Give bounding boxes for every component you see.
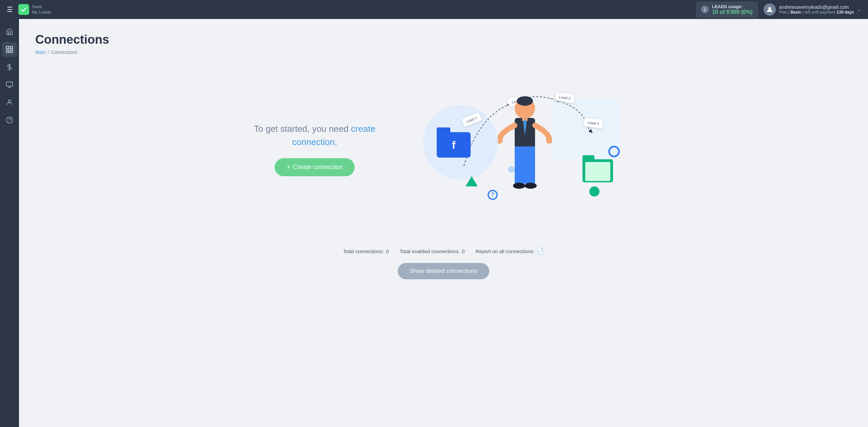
facebook-folder: f — [437, 132, 471, 163]
total-enabled-label: Total enabled connections: — [400, 248, 460, 254]
total-connections-label: Total connections: — [343, 248, 384, 254]
green-folder — [583, 159, 613, 186]
svg-rect-22 — [526, 159, 535, 185]
svg-point-24 — [525, 183, 537, 189]
user-avatar — [764, 3, 776, 16]
sidebar-item-connections[interactable] — [2, 42, 17, 57]
sidebar-item-billing[interactable] — [2, 60, 17, 75]
small-circle-decoration — [508, 166, 515, 173]
svg-rect-6 — [6, 82, 13, 86]
sidebar-item-home[interactable] — [2, 24, 17, 39]
plus-icon: + — [287, 164, 291, 171]
svg-point-23 — [513, 183, 525, 189]
svg-rect-4 — [10, 50, 13, 53]
logo-icon — [18, 4, 29, 15]
report-label: Report on all connections: — [475, 248, 534, 254]
logo-text: Save My Leads. — [32, 4, 52, 15]
sidebar — [0, 19, 19, 427]
svg-rect-3 — [6, 50, 9, 53]
logo: Save My Leads. — [18, 4, 52, 15]
total-enabled-stat: Total enabled connections: 0 — [400, 248, 465, 254]
triangle-decoration — [466, 176, 478, 186]
sidebar-item-profile[interactable] — [2, 95, 17, 110]
info-icon: i — [701, 6, 709, 13]
svg-point-0 — [768, 7, 771, 10]
svg-rect-21 — [515, 159, 524, 185]
report-icon[interactable]: 📄 — [536, 247, 544, 255]
menu-icon[interactable]: ☰ — [7, 5, 13, 14]
svg-point-9 — [8, 100, 11, 102]
question-mark-decoration: ? — [488, 190, 498, 200]
hero-section: To get started, you need create connecti… — [35, 71, 852, 227]
footer-stats: Total connections: 0 Total enabled conne… — [35, 247, 852, 255]
create-connection-button[interactable]: + Create connection — [275, 158, 355, 176]
hero-left: To get started, you need create connecti… — [247, 122, 382, 176]
chevron-down-icon: ⌄ — [857, 7, 861, 12]
breadcrumb-separator: / — [47, 49, 49, 55]
user-plan: Plan | Basic | left until payment 139 da… — [779, 10, 854, 15]
total-connections-value: 0 — [386, 248, 389, 254]
sidebar-item-settings[interactable] — [2, 77, 17, 92]
character — [498, 92, 552, 207]
sidebar-item-help[interactable] — [2, 113, 17, 127]
blue-ring-decoration — [608, 146, 620, 157]
user-menu[interactable]: andrewsavemyleads@gmail.com Plan | Basic… — [764, 3, 861, 16]
leads-usage-widget: i LEADS usage: 10 of 5'000 (0%) — [696, 1, 758, 18]
total-connections-stat: Total connections: 0 — [343, 248, 389, 254]
report-stat: Report on all connections: 📄 — [475, 247, 544, 255]
hero-text: To get started, you need create connecti… — [247, 122, 382, 149]
header: ☰ Save My Leads. i LEADS usage: 10 of 5'… — [0, 0, 868, 19]
svg-rect-1 — [6, 46, 9, 49]
breadcrumb-main[interactable]: Main — [35, 49, 45, 55]
show-deleted-button[interactable]: Show deleted connections — [398, 263, 489, 279]
page-title: Connections — [35, 33, 852, 47]
user-info: andrewsavemyleads@gmail.com Plan | Basic… — [779, 4, 854, 15]
total-enabled-value: 0 — [462, 248, 465, 254]
leads-usage-text: LEADS usage: 10 of 5'000 (0%) — [712, 4, 752, 15]
svg-point-16 — [517, 96, 533, 106]
breadcrumb: Main / Connections — [35, 49, 852, 55]
green-circle-decoration — [589, 186, 599, 197]
svg-rect-2 — [10, 46, 13, 49]
breadcrumb-current: Connections — [51, 49, 77, 55]
show-deleted-section: Show deleted connections — [35, 263, 852, 279]
main-content: Connections Main / Connections To get st… — [19, 19, 868, 427]
illustration: Lead 1 Lead 2 Lead 3 Lead 4 f — [410, 71, 640, 227]
